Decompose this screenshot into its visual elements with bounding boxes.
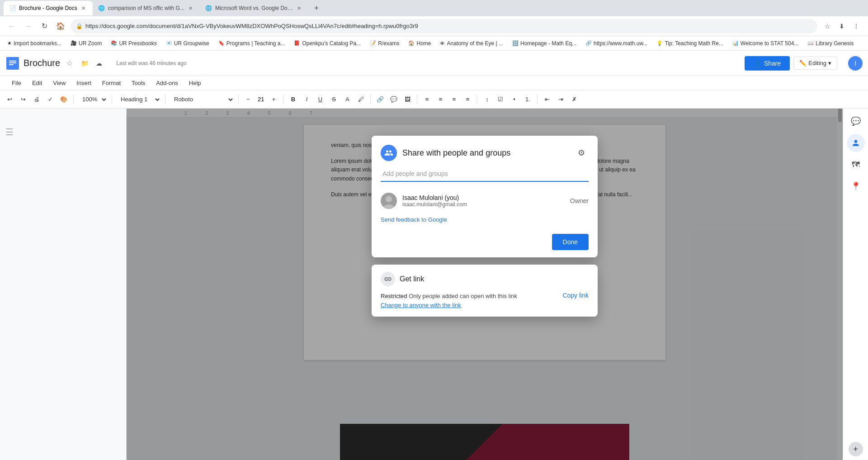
menu-file[interactable]: File (7, 78, 26, 88)
tab-close-comparison[interactable]: ✕ (187, 5, 194, 12)
bookmark-import[interactable]: ★ Import bookmarks... (4, 39, 65, 47)
star-icon[interactable]: ☆ (66, 59, 73, 67)
side-panel-user-icon[interactable] (847, 134, 865, 152)
side-panel-add-button[interactable]: + (849, 442, 863, 456)
menu-insert[interactable]: Insert (72, 78, 96, 88)
bookmark-label-tip: Tip: Teaching Math Re... (665, 40, 723, 47)
tab-close-brochure[interactable]: ✕ (80, 5, 87, 12)
forward-button[interactable]: → (22, 20, 34, 33)
app-title: Brochure (24, 58, 60, 68)
share-button[interactable]: 👤 Share (745, 56, 790, 71)
share-input-field[interactable] (381, 166, 589, 181)
user-email: isaac.mulolani@gmail.com (402, 201, 565, 208)
checklist-button[interactable]: ☑ (495, 94, 506, 105)
italic-button[interactable]: I (301, 94, 312, 105)
font-size-display: 21 (256, 96, 266, 103)
bookmark-rexams[interactable]: 📝 R/exams (366, 39, 403, 47)
tab-favicon-comparison: 🌐 (98, 5, 105, 12)
increase-font-btn[interactable]: + (268, 94, 279, 105)
decrease-indent-button[interactable]: ⇤ (541, 94, 553, 105)
address-bar[interactable]: 🔒 https://docs.google.com/document/d/1aV… (71, 19, 817, 33)
bookmark-zoom[interactable]: 🎥 UR Zoom (67, 39, 105, 47)
text-color-button[interactable]: A (341, 94, 353, 105)
bookmark-pressbooks[interactable]: 📚 UR Pressbooks (107, 39, 160, 47)
bookmark-anatomy[interactable]: 👁 Anatomy of the Eye | ... (436, 39, 507, 47)
tab-close-msword[interactable]: ✕ (296, 5, 303, 12)
paint-format-button[interactable]: 🎨 (58, 94, 70, 105)
align-left-button[interactable]: ≡ (421, 94, 433, 105)
link-button[interactable]: 🔗 (374, 94, 386, 105)
menu-format[interactable]: Format (98, 78, 125, 88)
style-select[interactable]: Heading 1 Normal text Heading 2 (116, 94, 161, 105)
clear-format-button[interactable]: ✗ (568, 94, 580, 105)
editing-button[interactable]: ✏️ Editing ▾ (793, 57, 837, 70)
tab-comparison[interactable]: 🌐 comparison of MS offic with G... ✕ (93, 1, 200, 15)
share-input-area[interactable] (381, 166, 589, 182)
bold-button[interactable]: B (287, 94, 299, 105)
side-panel-location-icon[interactable]: 📍 (847, 177, 865, 195)
cloud-icon[interactable]: ☁ (93, 57, 105, 70)
user-avatar-sm (381, 193, 397, 209)
bookmark-mathuw[interactable]: 🔗 https://www.math.uw... (582, 39, 651, 47)
underline-button[interactable]: U (314, 94, 326, 105)
highlight-button[interactable]: 🖊 (355, 94, 367, 105)
decrease-font-btn[interactable]: − (242, 94, 254, 105)
toolbar-divider-7 (417, 95, 417, 104)
font-select[interactable]: Roboto Arial Times New Roman (169, 94, 235, 105)
settings-icon[interactable]: ⚙ (574, 146, 589, 160)
strikethrough-button[interactable]: S (328, 94, 340, 105)
bookmark-home[interactable]: 🏠 Home (405, 39, 434, 47)
numbered-list-button[interactable]: 1. (522, 94, 533, 105)
undo-button[interactable]: ↩ (4, 94, 15, 105)
menu-help[interactable]: Help (184, 78, 206, 88)
side-panel-chat-icon[interactable]: 💬 (847, 112, 865, 130)
bookmark-mathhomepage[interactable]: 🔢 Homepage - Math Eq... (509, 39, 580, 47)
new-tab-button[interactable]: + (310, 2, 323, 14)
folder-icon[interactable]: 📁 (78, 57, 91, 70)
home-button[interactable]: 🏠 (54, 20, 67, 33)
get-link-section: Get link Restricted Only people added ca… (372, 265, 598, 317)
user-role: Owner (570, 197, 589, 204)
share-dialog: Share with people and groups ⚙ (372, 136, 598, 257)
bookmark-tip[interactable]: 💡 Tip: Teaching Math Re... (653, 39, 726, 47)
comment-button[interactable]: 💬 (388, 94, 400, 105)
app-header-icons: 📁 ☁ (78, 57, 105, 70)
tab-msword[interactable]: 🌐 Microsoft Word vs. Google Doc... ✕ (200, 1, 308, 15)
bookmark-stat[interactable]: 📊 Welcome to STAT 504... (729, 39, 802, 47)
download-button[interactable]: ⬇ (835, 20, 848, 33)
side-panel-map-icon[interactable]: 🗺 (847, 156, 865, 174)
change-link-button[interactable]: Change to anyone with the link (381, 302, 461, 308)
menu-addons[interactable]: Add-ons (151, 78, 182, 88)
line-spacing-button[interactable]: ↕ (481, 94, 493, 105)
bookmark-openkpu[interactable]: 📕 Openkpu's Catalog Pa... (290, 39, 364, 47)
done-button[interactable]: Done (552, 234, 589, 250)
tab-brochure[interactable]: 📄 Brochure - Google Docs ✕ (4, 1, 93, 15)
redo-button[interactable]: ↪ (17, 94, 29, 105)
image-button[interactable]: 🖼 (401, 94, 413, 105)
feedback-link[interactable]: Send feedback to Google (381, 216, 447, 223)
menu-tools[interactable]: Tools (127, 78, 150, 88)
bookmark-icon-import: ★ (7, 40, 12, 46)
menu-edit[interactable]: Edit (28, 78, 47, 88)
bullet-list-button[interactable]: • (508, 94, 520, 105)
bookmark-star-button[interactable]: ☆ (821, 20, 834, 33)
menu-view[interactable]: View (48, 78, 70, 88)
share-feedback-area: Send feedback to Google (372, 214, 598, 230)
back-button[interactable]: ← (5, 20, 18, 33)
reload-button[interactable]: ↻ (38, 20, 51, 33)
align-right-button[interactable]: ≡ (448, 94, 460, 105)
user-avatar[interactable]: I (848, 56, 863, 71)
share-icon-btn: 👤 (754, 60, 761, 67)
bookmark-groupwise[interactable]: 📧 UR Groupwise (162, 39, 213, 47)
print-button[interactable]: 🖨 (31, 94, 42, 105)
zoom-select[interactable]: 100% 75% 125% (77, 94, 108, 105)
increase-indent-button[interactable]: ⇥ (555, 94, 566, 105)
justify-button[interactable]: ≡ (462, 94, 473, 105)
copy-link-button[interactable]: Copy link (562, 292, 589, 299)
more-button[interactable]: ⋮ (850, 20, 863, 33)
spellcheck-button[interactable]: ✓ (44, 94, 56, 105)
bookmark-programs[interactable]: 🔖 Programs | Teaching a... (215, 39, 289, 47)
bookmark-libgen[interactable]: 📖 Library Genesis (804, 39, 857, 47)
align-center-button[interactable]: ≡ (434, 94, 446, 105)
bookmark-icon-mathuw: 🔗 (585, 40, 592, 46)
